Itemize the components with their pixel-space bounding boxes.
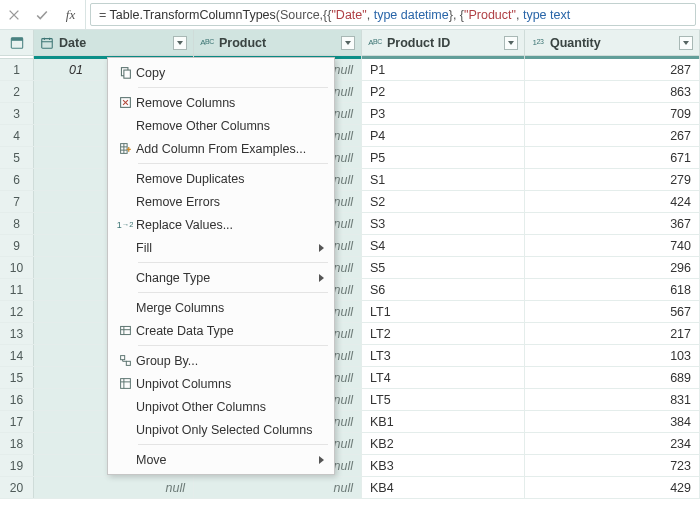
cell-product-id[interactable]: KB4 xyxy=(362,477,525,498)
column-header-date[interactable]: Date xyxy=(34,30,194,55)
commit-formula-button[interactable] xyxy=(28,0,56,29)
cell-product-id[interactable]: LT4 xyxy=(362,367,525,388)
row-number[interactable]: 9 xyxy=(0,235,34,256)
cell-quantity[interactable]: 567 xyxy=(525,301,700,322)
column-header-product-id[interactable]: ABC Product ID xyxy=(362,30,525,55)
row-number[interactable]: 1 xyxy=(0,59,34,80)
menu-remove-columns[interactable]: Remove Columns xyxy=(108,91,334,114)
row-number[interactable]: 15 xyxy=(0,367,34,388)
menu-unpivot-other-columns[interactable]: Unpivot Other Columns xyxy=(108,395,334,418)
cell-product-id[interactable]: LT2 xyxy=(362,323,525,344)
table-row[interactable]: 5nullnullP5671 xyxy=(0,147,700,169)
menu-remove-other-columns[interactable]: Remove Other Columns xyxy=(108,114,334,137)
menu-remove-errors[interactable]: Remove Errors xyxy=(108,190,334,213)
table-row[interactable]: 11nullnullS6618 xyxy=(0,279,700,301)
table-row[interactable]: 10nullnullS5296 xyxy=(0,257,700,279)
cell-quantity[interactable]: 279 xyxy=(525,169,700,190)
cell-product-id[interactable]: P2 xyxy=(362,81,525,102)
column-header-product[interactable]: ABC Product xyxy=(194,30,362,55)
row-number[interactable]: 14 xyxy=(0,345,34,366)
row-number[interactable]: 7 xyxy=(0,191,34,212)
cell-quantity[interactable]: 689 xyxy=(525,367,700,388)
cell-quantity[interactable]: 384 xyxy=(525,411,700,432)
row-number[interactable]: 10 xyxy=(0,257,34,278)
cell-quantity[interactable]: 234 xyxy=(525,433,700,454)
table-row[interactable]: 20nullnullKB4429 xyxy=(0,477,700,499)
row-number[interactable]: 6 xyxy=(0,169,34,190)
cell-quantity[interactable]: 671 xyxy=(525,147,700,168)
menu-merge-columns[interactable]: Merge Columns xyxy=(108,296,334,319)
fx-icon[interactable]: fx xyxy=(56,0,86,29)
cell-product-id[interactable]: P1 xyxy=(362,59,525,80)
cell-product-id[interactable]: S6 xyxy=(362,279,525,300)
row-number[interactable]: 13 xyxy=(0,323,34,344)
row-number[interactable]: 12 xyxy=(0,301,34,322)
table-row[interactable]: 14nullnullLT3103 xyxy=(0,345,700,367)
menu-add-column-from-examples[interactable]: Add Column From Examples... xyxy=(108,137,334,160)
cell-quantity[interactable]: 740 xyxy=(525,235,700,256)
menu-copy[interactable]: Copy xyxy=(108,61,334,84)
row-number[interactable]: 20 xyxy=(0,477,34,498)
row-number[interactable]: 4 xyxy=(0,125,34,146)
cell-product-id[interactable]: S1 xyxy=(362,169,525,190)
row-number[interactable]: 11 xyxy=(0,279,34,300)
cell-product-id[interactable]: KB3 xyxy=(362,455,525,476)
row-number[interactable]: 19 xyxy=(0,455,34,476)
cell-quantity[interactable]: 103 xyxy=(525,345,700,366)
cell-product[interactable]: null xyxy=(194,477,362,498)
menu-change-type[interactable]: Change Type xyxy=(108,266,334,289)
menu-group-by[interactable]: Group By... xyxy=(108,349,334,372)
cell-product-id[interactable]: S3 xyxy=(362,213,525,234)
column-header-quantity[interactable]: 123 Quantity xyxy=(525,30,700,55)
cell-product-id[interactable]: P3 xyxy=(362,103,525,124)
row-number[interactable]: 18 xyxy=(0,433,34,454)
cell-date[interactable]: null xyxy=(34,477,194,498)
cell-quantity[interactable]: 267 xyxy=(525,125,700,146)
table-row[interactable]: 3nullnullP3709 xyxy=(0,103,700,125)
cell-quantity[interactable]: 831 xyxy=(525,389,700,410)
menu-remove-duplicates[interactable]: Remove Duplicates xyxy=(108,167,334,190)
cancel-formula-button[interactable] xyxy=(0,0,28,29)
menu-create-data-type[interactable]: Create Data Type xyxy=(108,319,334,342)
cell-product-id[interactable]: P4 xyxy=(362,125,525,146)
row-number[interactable]: 16 xyxy=(0,389,34,410)
filter-icon[interactable] xyxy=(504,36,518,50)
table-row[interactable]: 4nullnullP4267 xyxy=(0,125,700,147)
filter-icon[interactable] xyxy=(679,36,693,50)
menu-fill[interactable]: Fill xyxy=(108,236,334,259)
cell-quantity[interactable]: 429 xyxy=(525,477,700,498)
table-row[interactable]: 15nullnullLT4689 xyxy=(0,367,700,389)
filter-icon[interactable] xyxy=(341,36,355,50)
row-number[interactable]: 3 xyxy=(0,103,34,124)
table-row[interactable]: 6nullnullS1279 xyxy=(0,169,700,191)
select-all-corner[interactable] xyxy=(0,30,34,55)
table-row[interactable]: 13nullnullLT2217 xyxy=(0,323,700,345)
table-row[interactable]: 16nullnullLT5831 xyxy=(0,389,700,411)
cell-quantity[interactable]: 723 xyxy=(525,455,700,476)
table-row[interactable]: 17nullnullKB1384 xyxy=(0,411,700,433)
row-number[interactable]: 8 xyxy=(0,213,34,234)
cell-product-id[interactable]: S5 xyxy=(362,257,525,278)
cell-product-id[interactable]: LT1 xyxy=(362,301,525,322)
cell-quantity[interactable]: 217 xyxy=(525,323,700,344)
cell-quantity[interactable]: 424 xyxy=(525,191,700,212)
table-row[interactable]: 18nullnullKB2234 xyxy=(0,433,700,455)
menu-move[interactable]: Move xyxy=(108,448,334,471)
cell-product-id[interactable]: KB2 xyxy=(362,433,525,454)
cell-product-id[interactable]: S4 xyxy=(362,235,525,256)
cell-product-id[interactable]: LT5 xyxy=(362,389,525,410)
cell-product-id[interactable]: KB1 xyxy=(362,411,525,432)
cell-quantity[interactable]: 618 xyxy=(525,279,700,300)
menu-unpivot-selected-columns[interactable]: Unpivot Only Selected Columns xyxy=(108,418,334,441)
menu-replace-values[interactable]: 1→2 Replace Values... xyxy=(108,213,334,236)
formula-input[interactable]: = Table.TransformColumnTypes(Source,{{"D… xyxy=(90,3,696,26)
row-number[interactable]: 5 xyxy=(0,147,34,168)
table-row[interactable]: 2nullnullP2863 xyxy=(0,81,700,103)
table-row[interactable]: 12nullnullLT1567 xyxy=(0,301,700,323)
table-row[interactable]: 8nullnullS3367 xyxy=(0,213,700,235)
cell-quantity[interactable]: 296 xyxy=(525,257,700,278)
row-number[interactable]: 17 xyxy=(0,411,34,432)
cell-quantity[interactable]: 367 xyxy=(525,213,700,234)
cell-quantity[interactable]: 709 xyxy=(525,103,700,124)
table-row[interactable]: 19nullnullKB3723 xyxy=(0,455,700,477)
